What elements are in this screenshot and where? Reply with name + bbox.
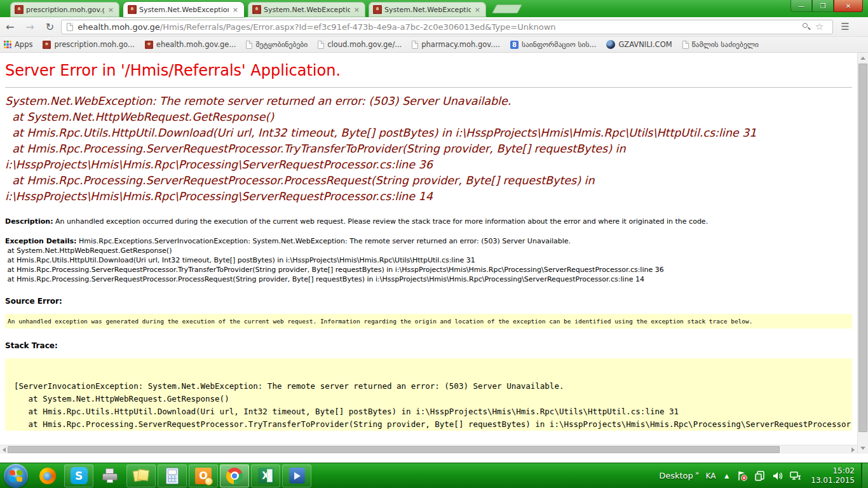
bookmark-notifications[interactable]: შეტყობინებები [246, 40, 308, 49]
server-error-title: Server Error in '/Hmis/Referrals' Applic… [5, 62, 852, 79]
toolbar-chevron-icon[interactable]: » [695, 469, 700, 477]
bookmark-infosystem[interactable]: 8 საინფორმაციო სის... [510, 40, 597, 49]
media-player-icon [289, 468, 305, 484]
vertical-scroll-thumb[interactable] [858, 64, 867, 432]
page-icon [682, 41, 689, 49]
bookmark-prescription[interactable]: prescription.moh.go... [43, 40, 134, 49]
url-text[interactable]: ehealth.moh.gov.ge/Hmis/Referrals/Pages/… [78, 22, 797, 32]
description-label: Description: [5, 217, 53, 226]
skype-icon: S [71, 467, 88, 484]
tab-close-icon[interactable]: × [353, 6, 361, 14]
scroll-left-icon[interactable] [3, 447, 6, 452]
keyboard-layout-indicator[interactable]: KA [705, 471, 715, 480]
page-icon [412, 41, 418, 49]
excel-icon: X [258, 468, 274, 484]
description-line: Description: An unhandled exception occu… [5, 217, 852, 226]
chrome-menu-icon[interactable]: ☰ [833, 21, 857, 32]
stack-trace-box: [ServerInvocationException: System.Net.W… [5, 358, 852, 431]
forward-icon[interactable]: → [20, 21, 39, 33]
desktop-screen: prescription.moh.gov.ge/… × System.Net.W… [0, 0, 868, 488]
action-center-flag-icon[interactable] [736, 470, 748, 482]
show-hidden-icons-arrow[interactable]: ▲ [724, 473, 729, 479]
bookmark-star-icon[interactable]: ☆ [815, 21, 824, 32]
apps-grid-icon [4, 41, 11, 48]
tab-label: System.Net.WebException [264, 6, 350, 14]
taskbar-excel-button[interactable]: X [251, 464, 280, 487]
desktop-toolbar-label[interactable]: Desktop [659, 471, 693, 480]
tab-prescription[interactable]: prescription.moh.gov.ge/… × [10, 2, 119, 17]
exception-details-label: Exception Details: [5, 237, 76, 245]
taskbar-calculator-button[interactable] [158, 464, 187, 487]
tab-strip: prescription.moh.gov.ge/… × System.Net.W… [0, 0, 868, 17]
clock[interactable]: 15:02 13.01.2015 [811, 466, 855, 485]
description-text: An unhandled exception occurred during t… [55, 217, 708, 226]
horizontal-scroll-thumb[interactable] [8, 446, 780, 453]
network-icon[interactable] [790, 470, 802, 482]
bookmark-gzavnili[interactable]: GZAVNILI.COM [606, 40, 672, 49]
sticky-notes-icon [133, 468, 149, 484]
scroll-down-icon[interactable] [860, 447, 865, 450]
horizontal-scrollbar[interactable] [0, 445, 857, 454]
taskbar-firefox-button[interactable] [33, 464, 62, 487]
zoom-icon[interactable] [803, 23, 810, 30]
browser-toolbar: ← → ↻ ehealth.moh.gov.ge/Hmis/Referrals/… [0, 17, 868, 37]
outlook-icon: O [195, 468, 212, 484]
divider [5, 87, 852, 88]
page-content: Server Error in '/Hmis/Referrals' Applic… [0, 53, 857, 454]
reload-icon[interactable]: ↻ [40, 21, 60, 33]
show-desktop-button[interactable] [861, 463, 868, 488]
close-button[interactable]: ✕ [834, 0, 863, 12]
moh-crest-favicon [373, 5, 382, 14]
vertical-scrollbar[interactable] [857, 53, 868, 454]
minimize-button[interactable]: — [790, 0, 812, 12]
apps-shortcut[interactable]: Apps [4, 40, 32, 49]
taskbar-mediaplayer-button[interactable] [282, 464, 311, 487]
page-icon [67, 23, 73, 31]
taskbar-fax-button[interactable] [95, 464, 125, 487]
url-path: /Hmis/Referrals/Pages/Error.aspx?Id=ef3c… [160, 22, 556, 32]
back-icon[interactable]: ← [0, 21, 20, 33]
tab-webexception-3[interactable]: System.Net.WebException × [369, 2, 486, 17]
tab-close-icon[interactable]: × [107, 6, 115, 14]
bookmark-pharmacy[interactable]: pharmacy.moh.gov.... [412, 40, 500, 49]
tray-window-icon[interactable] [754, 470, 766, 482]
scroll-right-icon[interactable] [851, 447, 855, 452]
firefox-icon [39, 468, 56, 484]
exception-message: System.Net.WebException: The remote serv… [5, 93, 852, 205]
taskbar-outlook-button[interactable]: O [189, 464, 218, 487]
restore-button[interactable]: ❐ [812, 0, 834, 12]
moh-crest-icon [43, 41, 51, 49]
volume-icon[interactable] [772, 470, 783, 482]
url-host: ehealth.moh.gov.ge [78, 22, 160, 32]
system-tray: Desktop » KA ▲ 15:02 13.01.2015 [659, 463, 868, 488]
tab-label: System.Net.WebException [139, 6, 229, 14]
stack-trace-label: Stack Trace: [5, 341, 852, 350]
clock-time: 15:02 [811, 466, 855, 476]
bookmarks-bar: Apps prescription.moh.go... ehealth.moh.… [0, 37, 868, 53]
address-bar[interactable]: ehealth.moh.gov.ge/Hmis/Referrals/Pages/… [61, 20, 833, 34]
moh-crest-favicon [128, 5, 137, 14]
taskbar-stickynotes-button[interactable] [126, 464, 156, 487]
scroll-up-icon[interactable] [860, 57, 865, 60]
bookmark-cloud[interactable]: cloud.moh.gov.ge/... [318, 40, 402, 49]
bookmark-medsearch[interactable]: წამლის საძიებელი [682, 40, 759, 49]
start-button[interactable] [4, 464, 28, 488]
source-error-label: Source Error: [5, 297, 852, 306]
tab-close-icon[interactable]: × [231, 6, 240, 14]
page-icon [246, 41, 252, 49]
moh-crest-favicon [15, 5, 24, 14]
new-tab-button[interactable] [492, 4, 522, 13]
taskbar: S O X Desktop » KA ▲ 15:02 [0, 463, 868, 488]
tab-webexception-1[interactable]: System.Net.WebException × [123, 2, 244, 17]
windows-logo-icon [10, 470, 22, 482]
taskbar-skype-button[interactable]: S [64, 464, 93, 487]
exception-details-first: Hmis.Rpc.Exceptions.ServerInvocationExce… [79, 237, 571, 245]
bookmark-ehealth[interactable]: ehealth.moh.gov.ge... [145, 40, 236, 49]
calculator-icon [166, 468, 179, 484]
taskbar-chrome-button[interactable] [220, 464, 249, 487]
source-error-box: An unhandled exception was generated dur… [5, 314, 852, 329]
tab-webexception-2[interactable]: System.Net.WebException × [248, 2, 365, 17]
tab-label: System.Net.WebException [384, 6, 471, 14]
exception-details-stack: at System.Net.HttpWebRequest.GetResponse… [5, 246, 852, 284]
tab-close-icon[interactable]: × [473, 6, 482, 14]
